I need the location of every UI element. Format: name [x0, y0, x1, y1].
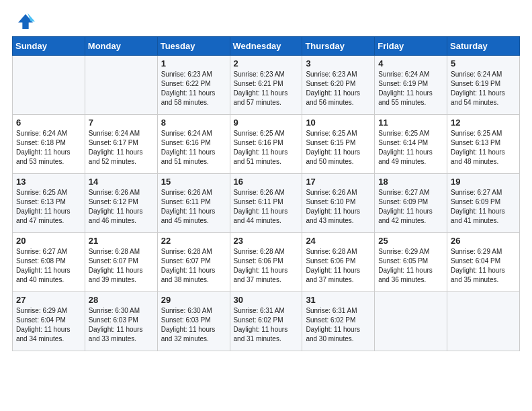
calendar-day-cell: [85, 56, 157, 115]
calendar-day-cell: 16Sunrise: 6:26 AM Sunset: 6:11 PM Dayli…: [230, 174, 302, 233]
day-info: Sunrise: 6:24 AM Sunset: 6:19 PM Dayligh…: [451, 71, 505, 106]
day-info: Sunrise: 6:30 AM Sunset: 6:03 PM Dayligh…: [161, 307, 216, 342]
day-number: 27: [16, 295, 81, 305]
day-info: Sunrise: 6:25 AM Sunset: 6:13 PM Dayligh…: [16, 189, 71, 224]
calendar-day-cell: 1Sunrise: 6:23 AM Sunset: 6:22 PM Daylig…: [157, 56, 230, 115]
day-number: 12: [451, 118, 516, 128]
day-info: Sunrise: 6:25 AM Sunset: 6:15 PM Dayligh…: [306, 130, 360, 165]
day-info: Sunrise: 6:24 AM Sunset: 6:16 PM Dayligh…: [161, 130, 216, 165]
weekday-header: Saturday: [447, 37, 520, 56]
day-number: 4: [378, 58, 443, 68]
day-number: 10: [306, 118, 371, 128]
calendar-day-cell: 3Sunrise: 6:23 AM Sunset: 6:20 PM Daylig…: [302, 56, 375, 115]
day-number: 24: [306, 236, 371, 246]
day-number: 28: [89, 295, 154, 305]
calendar-day-cell: 27Sunrise: 6:29 AM Sunset: 6:04 PM Dayli…: [13, 292, 85, 351]
day-info: Sunrise: 6:25 AM Sunset: 6:13 PM Dayligh…: [451, 130, 505, 165]
calendar-day-cell: 26Sunrise: 6:29 AM Sunset: 6:04 PM Dayli…: [447, 233, 520, 292]
calendar-day-cell: 28Sunrise: 6:30 AM Sunset: 6:03 PM Dayli…: [85, 292, 157, 351]
calendar-day-cell: 23Sunrise: 6:28 AM Sunset: 6:06 PM Dayli…: [230, 233, 302, 292]
day-info: Sunrise: 6:30 AM Sunset: 6:03 PM Dayligh…: [89, 307, 143, 342]
day-info: Sunrise: 6:23 AM Sunset: 6:21 PM Dayligh…: [234, 71, 288, 106]
day-info: Sunrise: 6:29 AM Sunset: 6:04 PM Dayligh…: [451, 248, 505, 283]
day-info: Sunrise: 6:28 AM Sunset: 6:06 PM Dayligh…: [306, 248, 360, 283]
calendar-day-cell: 22Sunrise: 6:28 AM Sunset: 6:07 PM Dayli…: [157, 233, 230, 292]
calendar-day-cell: 19Sunrise: 6:27 AM Sunset: 6:09 PM Dayli…: [447, 174, 520, 233]
weekday-header: Friday: [375, 37, 447, 56]
day-number: 17: [306, 177, 371, 187]
day-info: Sunrise: 6:26 AM Sunset: 6:11 PM Dayligh…: [161, 189, 216, 224]
calendar-week-row: 1Sunrise: 6:23 AM Sunset: 6:22 PM Daylig…: [13, 56, 520, 115]
calendar-day-cell: [447, 292, 520, 351]
calendar-day-cell: 10Sunrise: 6:25 AM Sunset: 6:15 PM Dayli…: [302, 115, 375, 174]
calendar-day-cell: 9Sunrise: 6:25 AM Sunset: 6:16 PM Daylig…: [230, 115, 302, 174]
day-number: 22: [161, 236, 226, 246]
calendar-day-cell: 25Sunrise: 6:29 AM Sunset: 6:05 PM Dayli…: [375, 233, 447, 292]
calendar-day-cell: 4Sunrise: 6:24 AM Sunset: 6:19 PM Daylig…: [375, 56, 447, 115]
calendar-week-row: 27Sunrise: 6:29 AM Sunset: 6:04 PM Dayli…: [13, 292, 520, 351]
day-number: 16: [234, 177, 299, 187]
day-number: 11: [378, 118, 443, 128]
day-info: Sunrise: 6:28 AM Sunset: 6:07 PM Dayligh…: [89, 248, 143, 283]
calendar-day-cell: [13, 56, 85, 115]
weekday-header: Monday: [85, 37, 157, 56]
calendar-day-cell: 6Sunrise: 6:24 AM Sunset: 6:18 PM Daylig…: [13, 115, 85, 174]
day-number: 25: [378, 236, 443, 246]
page-header: [0, 0, 532, 36]
calendar-day-cell: 21Sunrise: 6:28 AM Sunset: 6:07 PM Dayli…: [85, 233, 157, 292]
calendar-day-cell: 14Sunrise: 6:26 AM Sunset: 6:12 PM Dayli…: [85, 174, 157, 233]
day-info: Sunrise: 6:29 AM Sunset: 6:05 PM Dayligh…: [378, 248, 433, 283]
day-number: 3: [306, 58, 371, 68]
weekday-header: Tuesday: [157, 37, 230, 56]
day-info: Sunrise: 6:26 AM Sunset: 6:10 PM Dayligh…: [306, 189, 360, 224]
calendar-day-cell: 24Sunrise: 6:28 AM Sunset: 6:06 PM Dayli…: [302, 233, 375, 292]
day-info: Sunrise: 6:23 AM Sunset: 6:22 PM Dayligh…: [161, 71, 216, 106]
calendar-day-cell: 8Sunrise: 6:24 AM Sunset: 6:16 PM Daylig…: [157, 115, 230, 174]
day-number: 18: [378, 177, 443, 187]
day-info: Sunrise: 6:23 AM Sunset: 6:20 PM Dayligh…: [306, 71, 360, 106]
calendar-day-cell: 30Sunrise: 6:31 AM Sunset: 6:02 PM Dayli…: [230, 292, 302, 351]
day-number: 6: [16, 118, 81, 128]
calendar-day-cell: 12Sunrise: 6:25 AM Sunset: 6:13 PM Dayli…: [447, 115, 520, 174]
weekday-header: Sunday: [13, 37, 85, 56]
day-info: Sunrise: 6:26 AM Sunset: 6:11 PM Dayligh…: [234, 189, 288, 224]
calendar-day-cell: 13Sunrise: 6:25 AM Sunset: 6:13 PM Dayli…: [13, 174, 85, 233]
day-number: 14: [89, 177, 154, 187]
day-number: 21: [89, 236, 154, 246]
calendar-day-cell: 5Sunrise: 6:24 AM Sunset: 6:19 PM Daylig…: [447, 56, 520, 115]
day-info: Sunrise: 6:24 AM Sunset: 6:17 PM Dayligh…: [89, 130, 143, 165]
day-info: Sunrise: 6:26 AM Sunset: 6:12 PM Dayligh…: [89, 189, 143, 224]
day-number: 19: [451, 177, 516, 187]
day-number: 15: [161, 177, 226, 187]
day-info: Sunrise: 6:31 AM Sunset: 6:02 PM Dayligh…: [306, 307, 360, 342]
day-number: 31: [306, 295, 371, 305]
day-info: Sunrise: 6:27 AM Sunset: 6:09 PM Dayligh…: [378, 189, 433, 224]
calendar-table: SundayMondayTuesdayWednesdayThursdayFrid…: [12, 36, 520, 351]
day-number: 9: [234, 118, 299, 128]
day-number: 20: [16, 236, 81, 246]
weekday-header: Wednesday: [230, 37, 302, 56]
calendar-day-cell: 31Sunrise: 6:31 AM Sunset: 6:02 PM Dayli…: [302, 292, 375, 351]
calendar-day-cell: 29Sunrise: 6:30 AM Sunset: 6:03 PM Dayli…: [157, 292, 230, 351]
day-info: Sunrise: 6:24 AM Sunset: 6:18 PM Dayligh…: [16, 130, 71, 165]
day-number: 8: [161, 118, 226, 128]
weekday-header: Thursday: [302, 37, 375, 56]
calendar-day-cell: 18Sunrise: 6:27 AM Sunset: 6:09 PM Dayli…: [375, 174, 447, 233]
logo-icon: [16, 12, 35, 31]
day-number: 2: [234, 58, 299, 68]
day-number: 30: [234, 295, 299, 305]
calendar-day-cell: 15Sunrise: 6:26 AM Sunset: 6:11 PM Dayli…: [157, 174, 230, 233]
day-info: Sunrise: 6:28 AM Sunset: 6:07 PM Dayligh…: [161, 248, 216, 283]
svg-marker-0: [18, 14, 33, 29]
calendar-week-row: 20Sunrise: 6:27 AM Sunset: 6:08 PM Dayli…: [13, 233, 520, 292]
day-info: Sunrise: 6:27 AM Sunset: 6:09 PM Dayligh…: [451, 189, 505, 224]
calendar-body: 1Sunrise: 6:23 AM Sunset: 6:22 PM Daylig…: [13, 56, 520, 351]
day-info: Sunrise: 6:25 AM Sunset: 6:16 PM Dayligh…: [234, 130, 288, 165]
day-number: 1: [161, 58, 226, 68]
day-number: 29: [161, 295, 226, 305]
calendar-day-cell: 2Sunrise: 6:23 AM Sunset: 6:21 PM Daylig…: [230, 56, 302, 115]
calendar-day-cell: 7Sunrise: 6:24 AM Sunset: 6:17 PM Daylig…: [85, 115, 157, 174]
calendar-header-row: SundayMondayTuesdayWednesdayThursdayFrid…: [13, 37, 520, 56]
day-info: Sunrise: 6:25 AM Sunset: 6:14 PM Dayligh…: [378, 130, 433, 165]
calendar-week-row: 6Sunrise: 6:24 AM Sunset: 6:18 PM Daylig…: [13, 115, 520, 174]
